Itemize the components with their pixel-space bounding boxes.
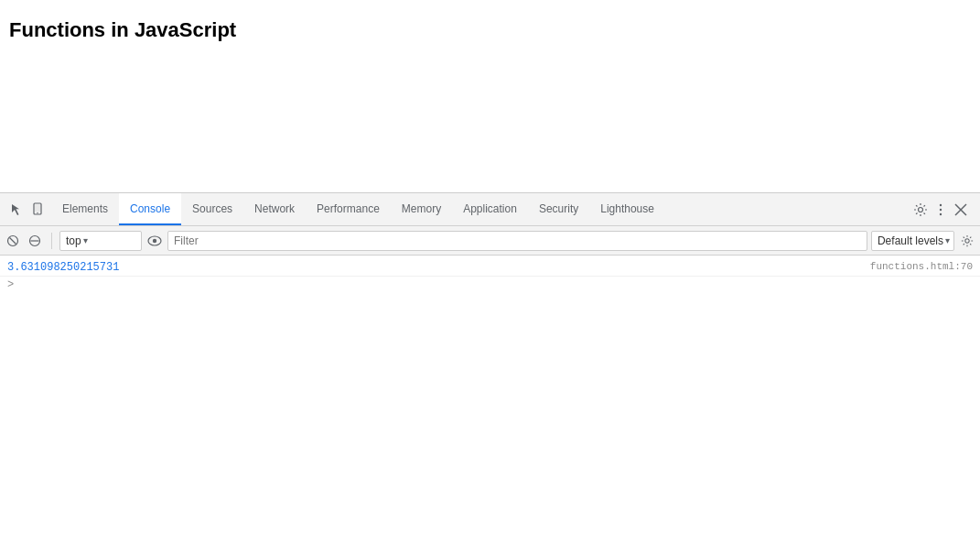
- levels-arrow-icon: ▾: [945, 235, 950, 245]
- tab-console[interactable]: Console: [119, 193, 181, 225]
- eye-icon[interactable]: [145, 232, 164, 250]
- page-content: Functions in JavaScript: [0, 0, 980, 192]
- svg-point-15: [965, 238, 969, 242]
- console-settings-icon[interactable]: [958, 232, 976, 250]
- tab-security[interactable]: Security: [528, 193, 589, 225]
- context-selector[interactable]: top ▾: [59, 231, 142, 251]
- devtools-icons-left: [4, 201, 51, 218]
- devtools-tabbar: Elements Console Sources Network Perform…: [0, 193, 980, 226]
- console-prompt-icon: >: [7, 278, 14, 291]
- settings-icon[interactable]: [912, 201, 929, 218]
- svg-rect-1: [35, 204, 40, 212]
- devtools-tabs: Elements Console Sources Network Perform…: [51, 193, 905, 225]
- devtools-icons-right: [905, 201, 976, 218]
- context-arrow-icon: ▾: [83, 235, 88, 245]
- levels-selector[interactable]: Default levels ▾: [871, 231, 954, 251]
- tab-memory[interactable]: Memory: [391, 193, 452, 225]
- tab-sources[interactable]: Sources: [181, 193, 243, 225]
- console-toolbar: top ▾ Default levels ▾: [0, 226, 980, 256]
- svg-point-14: [153, 238, 156, 242]
- block-icon[interactable]: [26, 232, 44, 250]
- filter-input[interactable]: [167, 231, 867, 251]
- close-icon[interactable]: [953, 201, 969, 218]
- svg-point-2: [37, 212, 38, 212]
- svg-line-10: [10, 237, 16, 244]
- clear-console-icon[interactable]: [4, 232, 22, 250]
- context-value: top: [66, 234, 81, 247]
- tab-elements[interactable]: Elements: [51, 193, 119, 225]
- tab-application[interactable]: Application: [452, 193, 528, 225]
- tab-network[interactable]: Network: [243, 193, 306, 225]
- page-title: Functions in JavaScript: [9, 18, 971, 42]
- tab-lighthouse[interactable]: Lighthouse: [589, 193, 665, 225]
- svg-point-6: [940, 212, 942, 214]
- devtools-main: top ▾ Default levels ▾: [0, 226, 980, 555]
- tab-performance[interactable]: Performance: [306, 193, 391, 225]
- console-prompt-row[interactable]: >: [0, 277, 980, 293]
- console-log-source: functions.html:70: [870, 261, 973, 272]
- console-output: 3.631098250215731 functions.html:70 >: [0, 256, 980, 555]
- console-log-value: 3.631098250215731: [7, 261, 870, 274]
- svg-point-4: [940, 203, 942, 205]
- console-log-row: 3.631098250215731 functions.html:70: [0, 259, 980, 277]
- devtools-panel: Elements Console Sources Network Perform…: [0, 192, 980, 555]
- inspect-element-icon[interactable]: [9, 201, 26, 218]
- toolbar-separator: [51, 233, 52, 249]
- svg-point-3: [919, 207, 923, 212]
- device-toolbar-icon[interactable]: [29, 201, 46, 218]
- svg-point-5: [940, 208, 942, 210]
- more-options-icon[interactable]: [932, 201, 949, 218]
- levels-value: Default levels: [878, 234, 943, 247]
